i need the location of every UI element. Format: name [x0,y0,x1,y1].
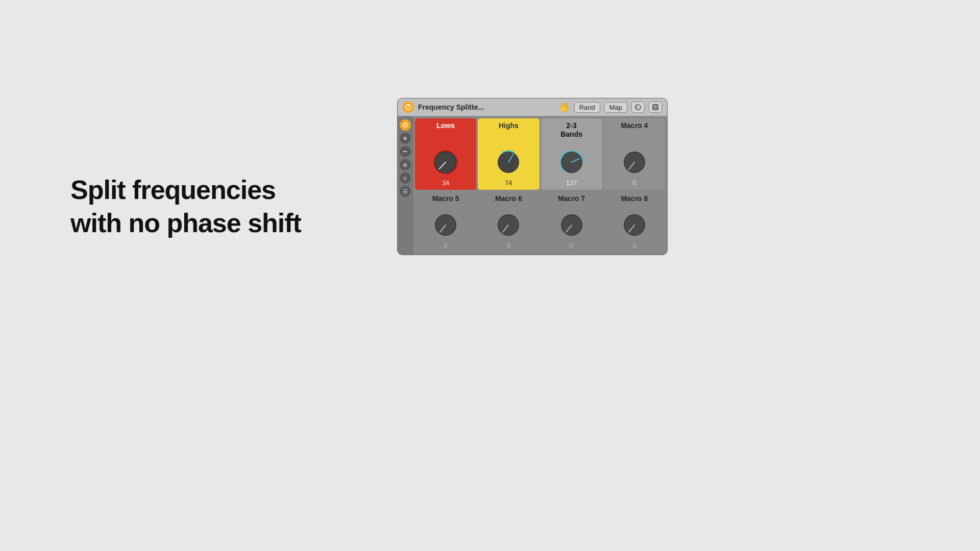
knob-value-6: 0 [507,242,510,249]
sidebar: + − ⊕ ≡ ☰ [398,116,413,255]
hand-icon: 🖐️ [559,102,570,113]
knob-container-6: 0 [494,210,523,249]
hero-text: Split frequencies with no phase shift [70,173,301,240]
macro-label-4: Macro 4 [621,121,648,130]
sidebar-plus-icon[interactable]: + [400,133,411,144]
knob-value-highs: 74 [505,179,512,187]
macro-cell-8: Macro 8 0 [604,191,665,253]
knob-container-lows: 34 [431,147,460,187]
knob-container-8: 0 [620,210,649,249]
sidebar-power-icon[interactable] [400,119,411,131]
macro-cell-4: Macro 4 0 [604,118,665,190]
knob-4[interactable] [620,147,649,177]
svg-rect-3 [654,105,657,107]
sidebar-eq-icon[interactable]: ≡ [400,172,411,184]
knob-lows[interactable] [431,147,460,177]
sidebar-list-icon[interactable]: ☰ [400,186,411,197]
macro-label-6: Macro 6 [495,194,522,203]
macro-label-bands: 2-3 Bands [560,121,582,139]
title-bar: Frequency Splitte... 🖐️ Rand Map [398,98,667,116]
knob-value-4: 0 [632,179,636,187]
macro-cell-6: Macro 6 0 [478,191,539,253]
macro-cell-7: Macro 7 0 [541,191,602,253]
save-button[interactable] [649,102,662,113]
macro-cell-lows: Lows 34 [415,118,476,190]
knob-value-bands: 127 [566,179,577,187]
hero-line2: with no phase shift [70,208,301,238]
knob-bands[interactable] [557,147,586,177]
content-area: + − ⊕ ≡ ☰ Lows [398,116,667,255]
power-button[interactable] [403,102,414,113]
knob-container-5: 0 [431,210,460,249]
knob-value-8: 0 [632,242,636,249]
macro-label-8: Macro 8 [621,194,648,203]
macro-label-7: Macro 7 [558,194,585,203]
knob-container-bands: 127 [557,147,586,187]
knob-6[interactable] [494,210,523,240]
svg-rect-4 [654,108,657,109]
knob-container-4: 0 [620,147,649,187]
knob-value-7: 0 [570,242,573,249]
knob-container-7: 0 [557,210,586,249]
rand-button[interactable]: Rand [574,102,600,113]
macro-label-5: Macro 5 [432,194,459,203]
sidebar-copy-icon[interactable]: ⊕ [400,159,411,170]
hero-line1: Split frequencies [70,175,276,205]
macro-cell-highs: Highs 74 [478,118,539,190]
knob-5[interactable] [431,210,460,240]
knob-value-5: 0 [444,242,448,249]
device-title: Frequency Splitte... [418,103,555,111]
macro-label-highs: Highs [499,121,519,130]
knob-8[interactable] [620,210,649,240]
macro-label-lows: Lows [436,121,455,130]
macro-cell-5: Macro 5 0 [415,191,476,253]
knob-highs[interactable] [494,147,523,177]
macro-cell-bands: 2-3 Bands 127 [541,118,602,190]
knob-value-lows: 34 [442,179,449,187]
knob-container-highs: 74 [494,147,523,187]
macros-grid: Lows 34 [413,116,667,255]
sidebar-minus-icon[interactable]: − [400,146,411,157]
refresh-button[interactable] [631,102,645,113]
map-button[interactable]: Map [604,102,627,113]
knob-7[interactable] [557,210,586,240]
device-panel: Frequency Splitte... 🖐️ Rand Map [397,98,668,255]
